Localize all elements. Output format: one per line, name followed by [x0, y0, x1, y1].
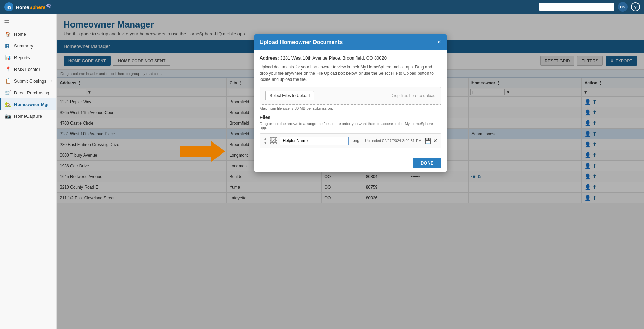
sidebar-item-summary[interactable]: ▦ Summary — [0, 40, 56, 52]
menu-toggle-icon[interactable]: ☰ — [0, 14, 56, 28]
modal-description: Upload documents for your homeowner to v… — [260, 64, 441, 83]
homecapture-icon: 📷 — [5, 113, 11, 119]
logo-icon: HS — [4, 2, 14, 12]
sidebar-item-submit-closings[interactable]: 📋 Submit Closings › — [0, 75, 56, 87]
reports-icon: 📊 — [5, 55, 11, 60]
sidebar-item-label: Summary — [14, 43, 33, 49]
file-upload-box[interactable]: Select Files to Upload Drop files here t… — [260, 87, 441, 105]
main-content: Homeowner Manager Use this page to setup… — [57, 14, 644, 329]
file-info: Uploaded 02/27/2024 2:02:31 PM — [365, 139, 422, 143]
rms-locator-icon: 📍 — [5, 66, 11, 72]
file-action-buttons: 💾 ✕ — [424, 138, 437, 144]
arrow-decoration — [180, 141, 225, 163]
chevron-right-icon: › — [51, 79, 52, 83]
address-label: Address: — [260, 55, 279, 61]
navbar-right: HS ? — [539, 2, 640, 12]
sidebar-item-label: HomeCapture — [14, 114, 42, 119]
logo-text: HomeSphereHQ — [16, 4, 51, 10]
sidebar-item-rms-locator[interactable]: 📍 RMS Locator — [0, 63, 56, 75]
file-save-button[interactable]: 💾 — [424, 138, 431, 144]
help-button[interactable]: ? — [631, 2, 640, 11]
sidebar-item-label: Homeowner Mgr — [14, 102, 49, 107]
svg-text:HS: HS — [7, 6, 11, 9]
homeowner-mgr-icon: 🏡 — [5, 102, 11, 107]
upload-modal: Upload Homeowner Documents × Address: 32… — [254, 34, 447, 172]
sidebar-item-label: Submit Closings — [14, 78, 46, 84]
avatar[interactable]: HS — [618, 2, 628, 12]
modal-footer: DONE — [254, 154, 447, 172]
modal-body: Address: 3281 West 10th Avenue Place, Br… — [254, 50, 447, 154]
file-name-input[interactable] — [280, 137, 348, 145]
navbar: HS HomeSphereHQ HS ? — [0, 0, 644, 14]
app-logo: HS HomeSphereHQ — [4, 2, 51, 12]
file-extension: .png — [352, 138, 359, 143]
file-item: ▲ ▼ 🖼 .png Uploaded 02/27/2024 2:02:31 P… — [260, 133, 441, 148]
sidebar-item-home[interactable]: 🏠 Home — [0, 28, 56, 40]
file-thumbnail-icon: 🖼 — [270, 136, 277, 145]
modal-close-button[interactable]: × — [437, 39, 441, 46]
drop-zone-text: Drop files here to upload — [391, 93, 436, 98]
arrow-up-icon[interactable]: ▲ — [264, 137, 267, 141]
modal-header: Upload Homeowner Documents × — [254, 34, 447, 50]
sidebar-item-reports[interactable]: 📊 Reports — [0, 52, 56, 63]
modal-address: Address: 3281 West 10th Avenue Place, Br… — [260, 55, 441, 61]
svg-marker-2 — [180, 141, 225, 162]
max-size-label: Maximum file size is 30 MB per submissio… — [260, 106, 441, 110]
arrow-down-icon[interactable]: ▼ — [264, 141, 267, 145]
sidebar: ☰ 🏠 Home ▦ Summary 📊 Reports 📍 RMS Locat… — [0, 14, 57, 329]
sidebar-item-label: Reports — [14, 55, 30, 60]
file-upload-date: Uploaded 02/27/2024 2:02:31 PM — [365, 139, 422, 143]
file-delete-button[interactable]: ✕ — [433, 138, 437, 144]
sidebar-item-label: Home — [14, 32, 26, 37]
global-search-input[interactable] — [539, 3, 614, 11]
summary-icon: ▦ — [5, 43, 11, 49]
sidebar-item-homecapture[interactable]: 📷 HomeCapture — [0, 110, 56, 122]
files-section-desc: Drag or use the arrows to arrange the fi… — [260, 121, 441, 130]
sidebar-item-label: Direct Purchasing — [14, 90, 49, 95]
file-reorder-arrows: ▲ ▼ — [264, 137, 267, 145]
sidebar-item-label: RMS Locator — [14, 67, 40, 72]
address-value-text: 3281 West 10th Avenue Place, Broomfield,… — [280, 55, 387, 61]
direct-purchasing-icon: 🛒 — [5, 90, 11, 95]
sidebar-item-homeowner-mgr[interactable]: 🏡 Homeowner Mgr — [0, 98, 56, 110]
home-icon: 🏠 — [5, 31, 11, 37]
submit-closings-icon: 📋 — [5, 78, 11, 84]
files-section-title: Files — [260, 115, 441, 120]
done-button[interactable]: DONE — [413, 158, 441, 168]
modal-overlay[interactable]: Upload Homeowner Documents × Address: 32… — [57, 14, 644, 329]
select-files-button[interactable]: Select Files to Upload — [265, 91, 314, 100]
modal-title: Upload Homeowner Documents — [260, 39, 343, 45]
sidebar-item-direct-purchasing[interactable]: 🛒 Direct Purchasing — [0, 87, 56, 98]
